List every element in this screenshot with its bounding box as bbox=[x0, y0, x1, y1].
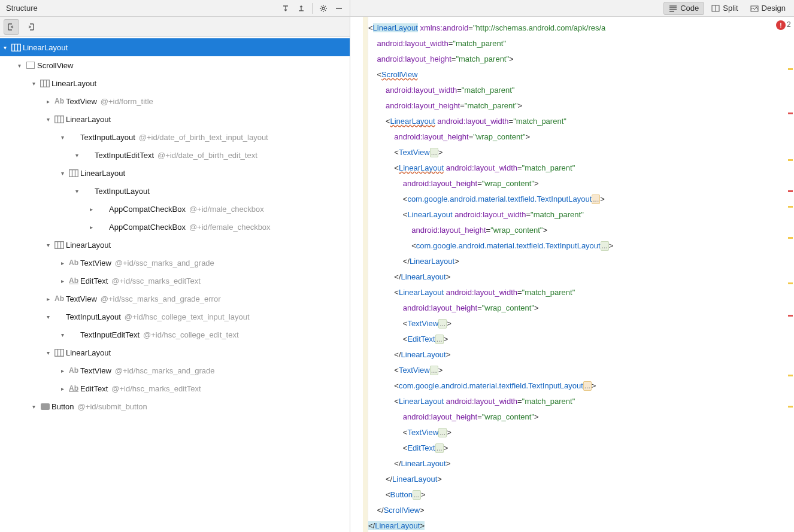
tree-row[interactable]: ▾LinearLayout bbox=[0, 74, 350, 92]
chevron-down-icon[interactable]: ▾ bbox=[72, 152, 81, 159]
code-line: </LinearLayout> bbox=[368, 254, 786, 269]
marker-bar[interactable]: ! 2 ˄ ˅ bbox=[786, 17, 794, 532]
chevron-down-icon[interactable]: ▾ bbox=[57, 134, 67, 141]
tree-label: LinearLayout bbox=[23, 43, 68, 52]
tree-row[interactable]: ▾LinearLayout bbox=[0, 343, 350, 361]
chevron-down-icon[interactable]: ▾ bbox=[0, 44, 10, 51]
component-tree[interactable]: ▾LinearLayout▾ScrollView▾LinearLayout▸Ab… bbox=[0, 37, 350, 532]
layout-icon bbox=[38, 80, 51, 87]
expand-all-icon[interactable] bbox=[278, 2, 293, 15]
code-line: <com.google.android.material.textfield.T… bbox=[368, 191, 786, 207]
tree-row[interactable]: ▾TextInputEditText@+id/hsc_college_edit_… bbox=[0, 326, 350, 343]
error-marker[interactable] bbox=[788, 190, 793, 192]
tree-label: ScrollView bbox=[37, 61, 73, 70]
chevron-right-icon[interactable]: ▸ bbox=[43, 98, 53, 105]
minimize-icon[interactable] bbox=[332, 2, 346, 15]
tree-suffix: @+id/hsc_college_edit_text bbox=[143, 330, 239, 339]
tree-row[interactable]: ▸AbTextView@+id/ssc_marks_and_grade_erro… bbox=[0, 290, 350, 308]
tree-row[interactable]: ▸AbTextView@+id/ssc_marks_and_grade bbox=[0, 254, 350, 272]
tree-row[interactable]: ▾TextInputLayout@+id/date_of_birth_text_… bbox=[0, 128, 350, 146]
tree-label: TextInputLayout bbox=[95, 187, 150, 196]
tree-row[interactable]: ▾TextInputLayout bbox=[0, 182, 350, 200]
code-line: android:layout_width="match_parent" bbox=[368, 36, 786, 51]
tree-row[interactable]: ▸AbTextView@+id/hsc_marks_and_grade bbox=[0, 361, 350, 379]
tree-row[interactable]: ▾ScrollView bbox=[0, 56, 350, 74]
svg-rect-13 bbox=[55, 241, 64, 248]
view-design-button[interactable]: Design bbox=[745, 2, 790, 15]
warning-marker[interactable] bbox=[788, 406, 793, 408]
tree-label: TextInputEditText bbox=[80, 330, 140, 339]
tree-label: LinearLayout bbox=[80, 169, 125, 178]
code-editor[interactable]: <LinearLayout xmlns:android="http://sche… bbox=[368, 17, 786, 532]
warning-marker[interactable] bbox=[788, 282, 793, 284]
tree-row[interactable]: ▾TextInputLayout@+id/hsc_college_text_in… bbox=[0, 308, 350, 326]
chevron-down-icon[interactable]: ▾ bbox=[72, 188, 81, 194]
tree-row[interactable]: ▸AbEditText@+id/hsc_marks_editText bbox=[0, 379, 350, 397]
chevron-right-icon[interactable]: ▸ bbox=[86, 206, 96, 212]
edittext-icon: Ab bbox=[67, 276, 80, 285]
tree-row[interactable]: ▾LinearLayout bbox=[0, 164, 350, 182]
chevron-right-icon[interactable]: ▸ bbox=[43, 296, 53, 302]
code-line: <LinearLayout android:layout_width="matc… bbox=[368, 160, 786, 176]
tree-row[interactable]: ▾Button@+id/submit_button bbox=[0, 397, 350, 415]
error-badge-icon[interactable]: ! bbox=[776, 20, 786, 30]
chevron-right-icon[interactable]: ▸ bbox=[57, 260, 67, 266]
error-marker[interactable] bbox=[788, 315, 793, 317]
chevron-down-icon[interactable]: ▾ bbox=[43, 349, 53, 356]
warning-marker[interactable] bbox=[788, 375, 793, 376]
tree-row[interactable]: ▾LinearLayout bbox=[0, 110, 350, 128]
text-icon: Ab bbox=[53, 294, 66, 303]
tree-row[interactable]: ▸AppCompatCheckBox@+id/female_checkbox bbox=[0, 218, 350, 236]
svg-rect-4 bbox=[41, 80, 50, 87]
tree-label: EditText bbox=[80, 384, 108, 393]
chevron-down-icon[interactable]: ▾ bbox=[57, 332, 67, 338]
warning-marker[interactable] bbox=[788, 237, 793, 239]
tree-label: LinearLayout bbox=[66, 348, 111, 357]
code-line: <ScrollView bbox=[368, 67, 786, 83]
edittext-icon: Ab bbox=[67, 384, 80, 393]
tree-label: TextInputEditText bbox=[95, 151, 154, 160]
svg-rect-10 bbox=[69, 169, 78, 177]
view-split-button[interactable]: Split bbox=[707, 2, 743, 15]
gutter[interactable] bbox=[350, 17, 368, 532]
text-icon: Ab bbox=[53, 97, 66, 105]
chevron-down-icon[interactable]: ▾ bbox=[29, 80, 38, 87]
chevron-down-icon[interactable]: ▾ bbox=[43, 116, 53, 123]
gear-icon[interactable] bbox=[316, 2, 331, 15]
tree-row[interactable]: ▾LinearLayout bbox=[0, 38, 350, 56]
chevron-down-icon[interactable]: ▾ bbox=[29, 403, 38, 410]
tree-row[interactable]: ▸AppCompatCheckBox@+id/male_checkbox bbox=[0, 200, 350, 218]
tree-row[interactable]: ▾LinearLayout bbox=[0, 236, 350, 254]
chevron-right-icon[interactable]: ▸ bbox=[57, 367, 67, 374]
tree-row[interactable]: ▸AbTextView@+id/form_title bbox=[0, 92, 350, 110]
chevron-right-icon[interactable]: ▸ bbox=[57, 385, 67, 392]
warning-marker[interactable] bbox=[788, 68, 793, 70]
layout-icon bbox=[67, 169, 80, 177]
error-marker[interactable] bbox=[788, 113, 793, 114]
warning-marker[interactable] bbox=[788, 159, 793, 161]
tree-label: TextInputLayout bbox=[80, 133, 135, 142]
chevron-down-icon[interactable]: ▾ bbox=[57, 170, 67, 177]
warning-marker[interactable] bbox=[788, 206, 793, 208]
chevron-right-icon[interactable]: ▸ bbox=[86, 224, 96, 230]
code-line: <EditText...> bbox=[368, 440, 786, 456]
layout-icon bbox=[53, 349, 66, 357]
chevron-down-icon[interactable]: ▾ bbox=[14, 62, 24, 69]
toolbar-btn-1[interactable] bbox=[4, 19, 19, 35]
chevron-down-icon[interactable]: ▾ bbox=[43, 242, 53, 248]
chevron-right-icon[interactable]: ▸ bbox=[57, 278, 67, 284]
svg-point-0 bbox=[322, 7, 325, 10]
layout-icon bbox=[53, 115, 66, 123]
tree-label: TextView bbox=[80, 259, 111, 267]
code-line: <LinearLayout android:layout_width="matc… bbox=[368, 114, 786, 129]
tree-row[interactable]: ▸AbEditText@+id/ssc_marks_editText bbox=[0, 272, 350, 290]
tree-row[interactable]: ▾TextInputEditText@+id/date_of_birth_edi… bbox=[0, 146, 350, 164]
code-line: </LinearLayout> bbox=[368, 347, 786, 363]
collapse-all-icon[interactable] bbox=[294, 2, 308, 15]
layout-icon bbox=[53, 241, 66, 249]
view-code-button[interactable]: Code bbox=[663, 2, 704, 15]
chevron-down-icon[interactable]: ▾ bbox=[43, 314, 53, 320]
toolbar-btn-2[interactable] bbox=[23, 19, 38, 35]
code-line: android:layout_height="wrap_content"> bbox=[368, 129, 786, 145]
tree-label: AppCompatCheckBox bbox=[109, 223, 186, 232]
